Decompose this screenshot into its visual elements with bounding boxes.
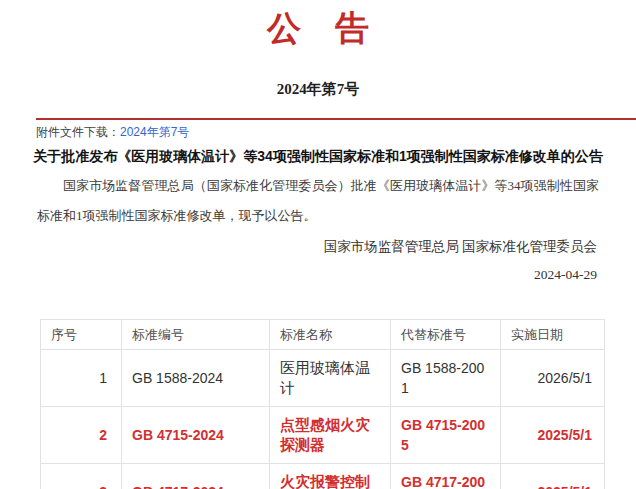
cell-seq: 3 xyxy=(41,464,122,489)
attachment-label: 附件文件下载： xyxy=(36,125,120,139)
cell-seq: 2 xyxy=(41,407,122,464)
cell-code: GB 4717-2024 xyxy=(122,464,270,489)
cell-date: 2025/5/1 xyxy=(501,407,605,464)
standards-table: 序号 标准编号 标准名称 代替标准号 实施日期 1 GB 1588-2024 医… xyxy=(40,319,605,489)
cell-name: 医用玻璃体温计 xyxy=(270,350,391,407)
attachment-bar: 附件文件下载：2024年第7号 xyxy=(36,118,636,139)
standards-table-body: 1 GB 1588-2024 医用玻璃体温计 GB 1588-2001 2026… xyxy=(41,350,605,489)
cell-code: GB 1588-2024 xyxy=(122,350,270,407)
cell-date: 2026/5/1 xyxy=(501,350,605,407)
column-header-name: 标准名称 xyxy=(270,320,391,350)
cell-name: 点型感烟火灾探测器 xyxy=(270,407,391,464)
column-header-date: 实施日期 xyxy=(501,320,605,350)
cell-seq: 1 xyxy=(41,350,122,407)
table-row: 3 GB 4717-2024 火灾报警控制器 GB 4717-2005 2025… xyxy=(41,464,605,489)
cell-code: GB 4715-2024 xyxy=(122,407,270,464)
table-header-row: 序号 标准编号 标准名称 代替标准号 实施日期 xyxy=(41,320,605,350)
attachment-link[interactable]: 2024年第7号 xyxy=(120,125,189,139)
column-header-code: 标准编号 xyxy=(122,320,270,350)
cell-name: 火灾报警控制器 xyxy=(270,464,391,489)
cell-replaces: GB 4715-2005 xyxy=(391,407,501,464)
cell-replaces: GB 4717-2005 xyxy=(391,464,501,489)
cell-replaces: GB 1588-2001 xyxy=(391,350,501,407)
cell-date: 2025/5/1 xyxy=(501,464,605,489)
publish-date: 2024-04-29 xyxy=(0,267,597,283)
column-header-replaces: 代替标准号 xyxy=(391,320,501,350)
page-title: 公 告 xyxy=(0,10,636,48)
issue-number: 2024年第7号 xyxy=(0,80,636,98)
body-paragraph: 国家市场监督管理总局（国家标准化管理委员会）批准《医用玻璃体温计》等34项强制性… xyxy=(37,171,599,231)
signature-line: 国家市场监督管理总局 国家标准化管理委员会 xyxy=(0,239,597,255)
notice-title: 关于批准发布《医用玻璃体温计》等34项强制性国家标准和1项强制性国家标准修改单的… xyxy=(20,147,616,165)
table-row: 1 GB 1588-2024 医用玻璃体温计 GB 1588-2001 2026… xyxy=(41,350,605,407)
table-row: 2 GB 4715-2024 点型感烟火灾探测器 GB 4715-2005 20… xyxy=(41,407,605,464)
column-header-seq: 序号 xyxy=(41,320,122,350)
